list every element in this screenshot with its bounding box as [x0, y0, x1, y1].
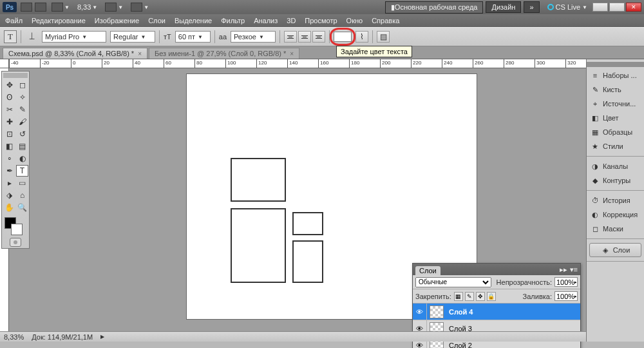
bridge-icon[interactable] — [21, 3, 32, 12]
brush-tool[interactable]: 🖌 — [16, 116, 28, 128]
pen-tool[interactable]: ✒ — [3, 165, 15, 177]
dock-brush[interactable]: ✎Кисть — [587, 82, 644, 97]
font-family-dd[interactable]: Myriad Pro▼ — [42, 31, 106, 43]
horizontal-ruler[interactable]: -40-200204060801001201401601802002202402… — [9, 59, 644, 68]
dock-adjustments[interactable]: ◐Коррекция — [587, 208, 644, 222]
screenmode-dd[interactable]: ▼ — [49, 3, 72, 12]
lock-pixels-button[interactable]: ✎ — [465, 292, 474, 301]
fill-input[interactable]: 100%▸ — [554, 291, 578, 301]
menu-layers[interactable]: Слои — [148, 17, 166, 24]
collapse-icon[interactable]: ▸▸ — [560, 266, 567, 274]
lock-position-button[interactable]: ✥ — [476, 292, 485, 301]
close-icon[interactable]: × — [138, 50, 142, 57]
paragraph-panel-button[interactable]: ▤ — [377, 31, 390, 43]
panel-menu-icon[interactable]: ▾≡ — [570, 266, 578, 274]
dock-layers-button[interactable]: ◈Слои — [589, 243, 641, 257]
menu-analysis[interactable]: Анализ — [254, 17, 278, 24]
opacity-input[interactable]: 100%▸ — [554, 277, 578, 287]
current-tool-icon[interactable]: T — [4, 30, 17, 43]
3d-camera-tool[interactable]: ⌂ — [16, 189, 28, 201]
window-close-button[interactable]: ✕ — [626, 3, 641, 12]
workspace-main-button[interactable]: ▮ Основная рабочая среда — [385, 1, 484, 14]
dock-styles[interactable]: ★Стили — [587, 139, 644, 153]
layer-row[interactable]: 👁 Слой 4 — [413, 304, 580, 320]
zoom-tool[interactable]: 🔍 — [16, 202, 28, 213]
status-doc-size[interactable]: Док: 114,9M/21,1M — [32, 333, 93, 341]
stamp-tool[interactable]: ⊡ — [3, 128, 15, 140]
quick-select-tool[interactable]: ✧ — [16, 92, 28, 103]
move-tool[interactable]: ✥ — [3, 79, 15, 91]
eyedropper-tool[interactable]: ✎ — [16, 104, 28, 115]
dock-swatches[interactable]: ▦Образцы — [587, 125, 644, 139]
workspace-more-button[interactable]: » — [524, 1, 539, 13]
ruler-origin[interactable] — [0, 59, 9, 68]
workspace-design-button[interactable]: Дизайн — [486, 1, 521, 13]
dock-history[interactable]: ⏱История — [587, 193, 644, 208]
blend-mode-dd[interactable]: Обычные — [415, 277, 491, 287]
patch-tool[interactable]: ✚ — [3, 116, 15, 128]
font-size-dd[interactable]: 60 пт▼ — [175, 31, 211, 43]
menu-view[interactable]: Просмотр — [305, 17, 337, 24]
dodge-tool[interactable]: ◐ — [16, 153, 28, 164]
window-restore-button[interactable]: ☐ — [609, 3, 625, 12]
menu-help[interactable]: Справка — [372, 17, 399, 24]
lasso-tool[interactable]: ʘ — [3, 92, 15, 103]
close-icon[interactable]: × — [290, 50, 294, 57]
color-picker[interactable] — [3, 216, 28, 235]
menu-select[interactable]: Выделение — [175, 17, 212, 24]
menu-file[interactable]: Файл — [5, 17, 23, 24]
shape-tool[interactable]: ▭ — [16, 177, 28, 189]
eraser-tool[interactable]: ◧ — [3, 140, 15, 152]
extras-dd[interactable]: ▼ — [128, 3, 151, 12]
status-zoom[interactable]: 8,33% — [4, 333, 24, 341]
history-brush-tool[interactable]: ↺ — [16, 128, 28, 140]
dock-masks[interactable]: ◻Маски — [587, 222, 644, 236]
window-minimize-button[interactable]: — — [592, 3, 608, 12]
menu-window[interactable]: Окно — [346, 17, 363, 24]
zoom-level-dd[interactable]: 8,33▼ — [75, 3, 100, 11]
font-style-dd[interactable]: Regular▼ — [110, 31, 155, 43]
dock-tool-presets[interactable]: ≡Наборы ... — [587, 68, 644, 82]
lock-transparency-button[interactable]: ▦ — [454, 292, 463, 301]
minibridge-icon[interactable] — [35, 3, 46, 12]
dock-channels[interactable]: ◑Каналы — [587, 159, 644, 173]
document-tab[interactable]: Схема.psd @ 8,33% (Слой 4, RGB/8) *× — [3, 48, 147, 59]
path-select-tool[interactable]: ▸ — [3, 177, 15, 189]
crop-tool[interactable]: ✂ — [3, 104, 15, 115]
marquee-tool[interactable]: ◻ — [16, 79, 28, 91]
panel-grip[interactable] — [587, 62, 644, 67]
text-color-swatch[interactable] — [334, 32, 352, 42]
menu-filter[interactable]: Фильтр — [221, 17, 245, 24]
cs-live-button[interactable]: CS Live ▼ — [547, 3, 587, 11]
visibility-icon[interactable]: 👁 — [413, 304, 427, 320]
menu-3d[interactable]: 3D — [287, 17, 296, 24]
quick-mask-button[interactable] — [10, 238, 21, 247]
hand-tool[interactable]: ✋ — [3, 202, 15, 213]
dock-color[interactable]: ◧Цвет — [587, 111, 644, 125]
align-left-button[interactable] — [284, 31, 297, 43]
align-right-button[interactable] — [312, 31, 325, 43]
orientation-icon[interactable]: ⟘ — [25, 30, 38, 43]
menu-image[interactable]: Изображение — [95, 17, 139, 24]
status-menu-icon[interactable]: ▶ — [100, 334, 104, 340]
dock-paths[interactable]: ◆Контуры — [587, 173, 644, 188]
divider — [159, 30, 160, 43]
background-color[interactable] — [11, 224, 23, 235]
layer-name[interactable]: Слой 2 — [449, 342, 472, 349]
layer-name[interactable]: Слой 4 — [449, 308, 473, 316]
3d-tool[interactable]: ⬗ — [3, 189, 15, 201]
layer-thumbnail[interactable] — [430, 305, 444, 318]
menu-edit[interactable]: Редактирование — [32, 17, 86, 24]
gradient-tool[interactable]: ▤ — [16, 140, 28, 152]
panel-grip[interactable] — [3, 73, 28, 78]
align-center-button[interactable] — [298, 31, 311, 43]
arrange-dd[interactable]: ▼ — [102, 3, 126, 12]
dock-clone-source[interactable]: ⌖Источни... — [587, 97, 644, 111]
lock-all-button[interactable]: 🔒 — [487, 292, 496, 301]
antialias-dd[interactable]: Резкое▼ — [231, 31, 276, 43]
document-tab[interactable]: Без имени-1 @ 27,9% (Слой 0, RGB/8) *× — [149, 48, 299, 59]
blur-tool[interactable]: ∘ — [3, 153, 15, 164]
warp-text-button[interactable]: ⌇ — [355, 31, 368, 43]
layers-tab[interactable]: Слои — [415, 266, 440, 275]
type-tool[interactable]: T — [16, 165, 28, 177]
